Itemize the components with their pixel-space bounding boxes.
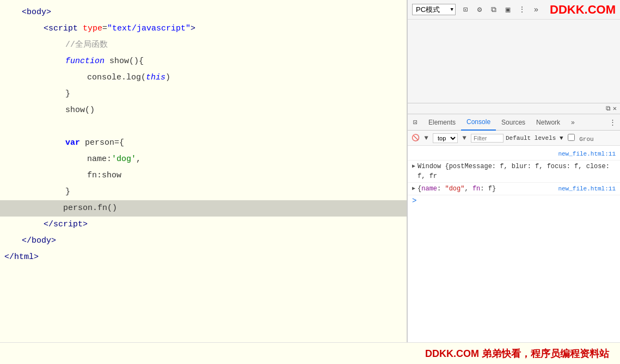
- triangle-icon-1[interactable]: ▶: [412, 162, 415, 171]
- devtools-menu-icon[interactable]: ⋮: [607, 117, 618, 128]
- console-row-1-link[interactable]: new_file.html:11: [558, 149, 616, 159]
- context-arrow-icon[interactable]: ▼: [460, 134, 469, 143]
- console-row-3: ▶ {name: "dog", fn: f} new_file.html:11: [408, 183, 620, 195]
- code-line-fn: fn:show: [0, 168, 407, 184]
- expand-icon[interactable]: ⧉: [488, 4, 499, 15]
- dock-icon[interactable]: ▣: [502, 4, 513, 15]
- watermark-text: DDKK.COM 弟弟快看，程序员编程资料站: [425, 347, 609, 360]
- code-line-script-open: <script type="text/javascript">: [0, 21, 407, 37]
- device-toggle-icon[interactable]: ⊡: [460, 4, 471, 15]
- ddkk-logo-text: DDKK.COM: [550, 3, 616, 16]
- chevron-right-icon[interactable]: »: [531, 4, 542, 15]
- code-text: //全局函数: [65, 37, 108, 53]
- tab-elements[interactable]: Elements: [423, 114, 461, 131]
- devtools-topbar: PC模式 ⊡ ⚙ ⧉ ▣ ⋮ » DDKK.COM: [408, 0, 620, 103]
- code-line-function: function show(){: [0, 53, 407, 70]
- filter-input[interactable]: [471, 134, 504, 143]
- pc-mode-wrapper[interactable]: PC模式: [412, 4, 456, 15]
- more-icon[interactable]: ⋮: [517, 4, 527, 15]
- code-line-script-close: </script>: [0, 217, 407, 233]
- tab-sources[interactable]: Sources: [496, 114, 531, 131]
- code-line-show-call: show(): [0, 102, 407, 119]
- default-levels-label[interactable]: Default levels ▼: [506, 135, 563, 141]
- clear-console-icon[interactable]: 🚫: [411, 134, 420, 143]
- console-output: new_file.html:11 ▶ Window {postMessage: …: [408, 146, 620, 342]
- code-line-body-open: <body>: [0, 4, 407, 21]
- console-filter-icon[interactable]: ▼: [422, 134, 431, 143]
- console-toolbar: 🚫 ▼ top ▼ Default levels ▼ Grou: [408, 131, 620, 146]
- tab-console[interactable]: Console: [461, 114, 496, 131]
- code-panel: <body> <script type="text/javascript"> /…: [0, 0, 407, 342]
- code-line-person-fn: person.fn(): [0, 200, 407, 217]
- code-line-close-func: }: [0, 86, 407, 102]
- context-selector[interactable]: top: [433, 133, 458, 143]
- console-row-3-text: {name: "dog", fn: f}: [418, 184, 496, 194]
- topbar-icons: ⊡ ⚙ ⧉ ▣ ⋮ »: [460, 4, 542, 15]
- code-line-var-person: var person={: [0, 135, 407, 151]
- code-line-console-log: console.log(this): [0, 70, 407, 86]
- console-row-3-link[interactable]: new_file.html:11: [558, 184, 616, 194]
- close-devtools-icon[interactable]: ✕: [613, 104, 617, 113]
- devtools-tabs: ⊡ Elements Console Sources Network » ⋮: [408, 114, 620, 131]
- code-line-html-close: </html>: [0, 249, 407, 266]
- code-content: <body> <script type="text/javascript"> /…: [0, 0, 407, 270]
- console-row-1: new_file.html:11: [408, 148, 620, 161]
- pc-mode-bar: PC模式 ⊡ ⚙ ⧉ ▣ ⋮ » DDKK.COM: [408, 0, 620, 20]
- main-container: <body> <script type="text/javascript"> /…: [0, 0, 620, 342]
- devtools-panel: PC模式 ⊡ ⚙ ⧉ ▣ ⋮ » DDKK.COM ⧉: [407, 0, 620, 342]
- devtools-resize-bar: ⧉ ✕: [408, 103, 620, 114]
- code-line-close-obj: }: [0, 184, 407, 200]
- pc-mode-select[interactable]: PC模式: [412, 4, 456, 15]
- devtools-tabs-area: ⧉ ✕ ⊡ Elements Console Sources Network: [408, 103, 620, 342]
- code-line-empty: [0, 119, 407, 135]
- resize-icon[interactable]: ⧉: [606, 105, 611, 113]
- tab-network[interactable]: Network: [531, 114, 566, 131]
- code-line-body-close: </body>: [0, 233, 407, 249]
- console-row-1-text: [412, 149, 416, 159]
- settings-icon[interactable]: ⚙: [474, 4, 485, 15]
- code-line-name: name:'dog',: [0, 151, 407, 168]
- code-text: <body>: [22, 4, 51, 21]
- triangle-icon-2[interactable]: ▶: [412, 184, 415, 194]
- tab-more[interactable]: »: [566, 114, 580, 131]
- group-checkbox-label: Grou: [568, 134, 594, 143]
- console-row-2-text: Window {postMessage: f, blur: f, focus: …: [418, 162, 616, 181]
- inspect-icon[interactable]: ⊡: [410, 117, 421, 128]
- code-line-comment: //全局函数: [0, 37, 407, 53]
- code-text: function: [65, 53, 105, 70]
- console-caret: >: [408, 195, 620, 206]
- watermark-bar: DDKK.COM 弟弟快看，程序员编程资料站: [0, 342, 620, 364]
- group-checkbox[interactable]: [568, 134, 575, 141]
- console-row-2: ▶ Window {postMessage: f, blur: f, focus…: [408, 161, 620, 183]
- ddkk-logo: DDKK.COM: [550, 3, 616, 17]
